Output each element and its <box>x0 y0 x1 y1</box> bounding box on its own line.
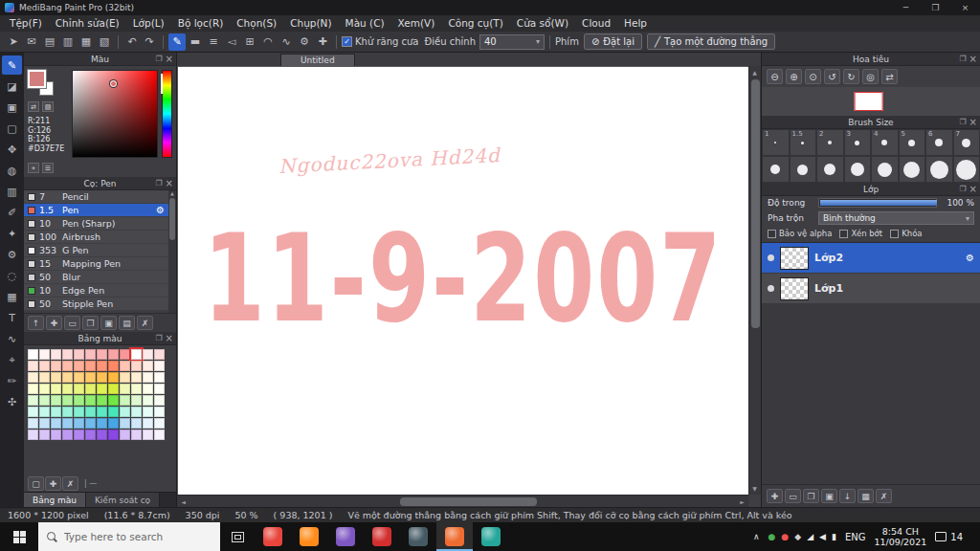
task-view-button[interactable] <box>220 522 255 551</box>
menu-item[interactable]: Tệp(F) <box>3 15 49 32</box>
palette-swatch[interactable] <box>39 418 50 429</box>
hidden-icons-chevron[interactable]: ∧ <box>753 532 760 541</box>
taskbar-app-chrome[interactable] <box>255 522 291 551</box>
palette-swatch[interactable] <box>74 395 84 406</box>
notification-center-button[interactable]: 14 <box>935 532 963 542</box>
palette-swatch[interactable] <box>85 349 96 360</box>
brush-item[interactable]: 1.5 Pen <box>24 204 168 217</box>
scroll-thumb[interactable] <box>169 198 175 240</box>
palette-swatch[interactable] <box>131 384 142 394</box>
palette-swatch[interactable] <box>131 407 142 417</box>
curve-mode-icon[interactable]: ◅ <box>223 33 240 51</box>
layer-option-checkbox[interactable]: Xén bớt <box>839 229 882 238</box>
brush-size-cell[interactable] <box>953 156 980 183</box>
palette-swatch[interactable] <box>62 372 73 383</box>
palette-swatch[interactable] <box>120 361 130 371</box>
vertical-scroll-thumb[interactable] <box>751 79 760 328</box>
palette-swatch[interactable] <box>131 395 142 406</box>
brush-item[interactable]: 50 Stipple Pen <box>24 298 168 311</box>
grid-icon[interactable]: ▦ <box>78 33 95 51</box>
curve-tool[interactable]: ∿ <box>2 329 22 348</box>
palette-swatch[interactable] <box>154 407 165 417</box>
brush-size-cell[interactable]: 2 <box>816 129 844 156</box>
menu-item[interactable]: Chọn(S) <box>230 15 283 32</box>
palette-swatch[interactable] <box>154 430 165 440</box>
menu-item[interactable]: Chỉnh sửa(E) <box>49 15 126 32</box>
select-tool[interactable]: ▢ <box>2 119 22 138</box>
green-app-icon[interactable]: ● <box>768 532 776 541</box>
brush-list-scrollbar[interactable]: ▲ <box>168 190 176 313</box>
palette-swatch[interactable] <box>62 361 73 371</box>
taskbar-app-photos[interactable] <box>327 522 364 551</box>
close-icon[interactable] <box>969 184 977 194</box>
brush-size-cell[interactable] <box>899 156 926 183</box>
divide-tool[interactable]: ◌ <box>2 266 22 285</box>
brush-size-cell[interactable]: 7 <box>953 129 980 156</box>
scroll-right-icon[interactable]: ► <box>736 496 748 508</box>
palette-swatch[interactable] <box>62 395 73 406</box>
create-line-button[interactable]: ╱ Tạo một đường thẳng <box>647 33 775 50</box>
fill-tool[interactable]: ◍ <box>2 161 22 180</box>
start-button[interactable] <box>0 522 38 551</box>
palette-swatch[interactable] <box>154 349 165 360</box>
palette-swatch[interactable] <box>143 349 153 360</box>
rotate-left-icon[interactable]: ↺ <box>824 69 840 84</box>
brush-item[interactable]: 7 Pencil <box>24 190 168 204</box>
rotate-right-icon[interactable]: ↻ <box>843 69 859 84</box>
brush-item[interactable]: 15 Mapping Pen <box>24 257 168 271</box>
reset-rotation-icon[interactable]: ◎ <box>862 69 879 84</box>
layer-camera-icon[interactable]: ▣ <box>821 489 837 503</box>
palette-swatch[interactable] <box>143 372 153 383</box>
select-pen-tool[interactable]: ✐ <box>2 203 22 222</box>
palette-swatch[interactable] <box>120 372 130 383</box>
language-indicator[interactable]: ENG <box>845 532 866 542</box>
visibility-icon[interactable] <box>768 254 774 261</box>
palette-swatch[interactable] <box>97 361 107 371</box>
palette-swatch[interactable] <box>62 349 73 360</box>
palette-swatch[interactable] <box>39 372 50 383</box>
taskbar-app-gallery[interactable] <box>473 522 509 551</box>
palette-swatch[interactable] <box>108 395 119 406</box>
navigator-preview[interactable] <box>762 87 980 116</box>
layer-option-checkbox[interactable]: Bảo vệ alpha <box>768 229 832 238</box>
menu-item[interactable]: Cloud <box>575 15 617 32</box>
volume-icon[interactable]: ◀ <box>819 532 826 541</box>
palette-swatch[interactable] <box>28 407 38 417</box>
vertical-scrollbar[interactable]: ▲ ▼ <box>748 66 761 495</box>
menu-item[interactable]: Bộ lọc(R) <box>171 15 231 32</box>
palette-swatch[interactable] <box>131 418 142 429</box>
palette-swatch[interactable] <box>143 430 153 440</box>
ellipse-snap-icon[interactable]: ◠ <box>259 33 277 51</box>
close-icon[interactable] <box>969 117 977 127</box>
brush-size-cell[interactable] <box>871 156 899 183</box>
undock-icon[interactable] <box>959 185 966 193</box>
horizontal-scroll-thumb[interactable] <box>400 497 537 506</box>
palette-swatch[interactable] <box>28 361 38 371</box>
document-tab[interactable]: Untitled <box>280 54 355 66</box>
layout-icon[interactable]: ▧ <box>96 33 113 51</box>
onedrive-icon[interactable]: ◆ <box>794 532 801 541</box>
maximize-button[interactable]: ❐ <box>921 0 950 15</box>
palette-swatch[interactable] <box>28 418 38 429</box>
undock-icon[interactable] <box>959 55 966 63</box>
checkbox-icon[interactable] <box>768 230 776 238</box>
panel-tab[interactable]: Kiểm soát cọ <box>86 493 160 507</box>
palette-swatch[interactable] <box>97 384 107 394</box>
palette-swatch[interactable] <box>120 418 130 429</box>
brush-size-cell[interactable] <box>925 156 953 183</box>
pencil-tool[interactable]: ✏ <box>2 371 22 390</box>
palette-swatch[interactable] <box>85 361 96 371</box>
color-menu-icon[interactable]: ☰ <box>42 163 54 173</box>
menu-item[interactable]: Chụp(N) <box>283 15 338 32</box>
minimize-button[interactable]: ─ <box>891 0 921 15</box>
brush-size-cell[interactable] <box>762 156 790 183</box>
navigator-view-rect[interactable] <box>855 92 883 111</box>
redo-button[interactable]: ↷ <box>141 33 158 51</box>
brush-size-cell[interactable]: 1 <box>762 129 790 156</box>
undock-icon[interactable] <box>155 179 162 187</box>
line-mode-icon[interactable]: ▬ <box>187 33 204 51</box>
palette-swatch[interactable] <box>85 384 96 394</box>
brush-item[interactable]: 353 G Pen <box>24 244 168 257</box>
flip-icon[interactable]: ⇄ <box>881 69 898 84</box>
foreground-color-swatch[interactable] <box>28 70 46 88</box>
